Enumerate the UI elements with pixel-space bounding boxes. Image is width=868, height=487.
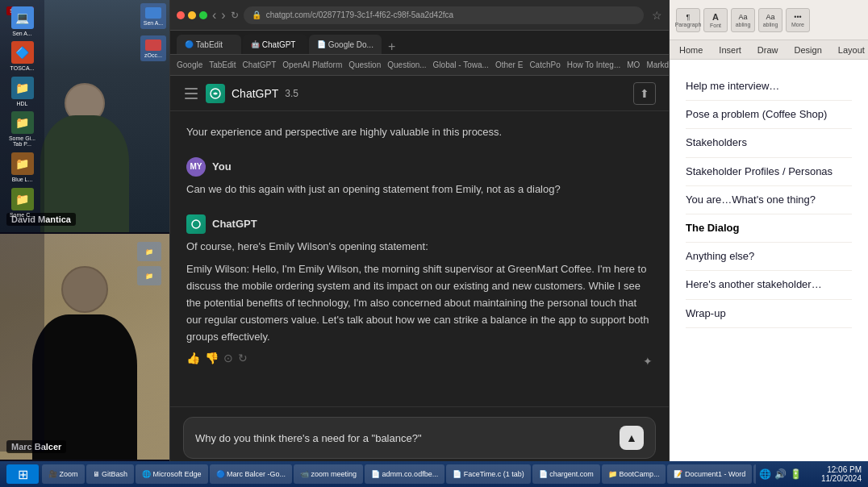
taskbar-clock: 12:06 PM 11/20/2024: [805, 465, 862, 483]
browser-tabs: 🔵 TabEdit 🤖 ChatGPT 📄 Google Do... +: [170, 31, 669, 55]
taskbar-tray: 🌐 🔊 🔋: [759, 468, 802, 480]
bookmark-question[interactable]: Question: [348, 60, 381, 69]
tab-tabedit[interactable]: 🔵 TabEdit: [177, 35, 241, 54]
browser-bar: ‹ › ↻ 🔒 chatgpt.com/c/02877179-3c1f-4f62…: [170, 0, 669, 31]
taskbar-item-gitbash[interactable]: 🖥 GitBash: [86, 464, 135, 484]
svg-rect-0: [185, 88, 198, 89]
tab-chatgpt[interactable]: 🤖 ChatGPT: [243, 35, 307, 54]
bookmark-question2[interactable]: Question...: [387, 60, 426, 69]
address-bar[interactable]: 🔒 chatgpt.com/c/02877179-3c1f-4f62-c98f-…: [244, 6, 644, 24]
maximize-dot[interactable]: [199, 11, 207, 19]
close-dot[interactable]: [177, 11, 185, 19]
send-button[interactable]: ▲: [620, 426, 644, 450]
toolbar-more-btn[interactable]: ••• More: [786, 8, 810, 32]
taskbar-item-marc[interactable]: 🔵 Marc Balcer -Go...: [210, 464, 293, 484]
bookmark-markdown[interactable]: Markdown-Liv...: [646, 60, 669, 69]
sidebar-toggle-icon[interactable]: [183, 85, 199, 102]
message-1-text: Your experience and perspective are high…: [186, 124, 653, 141]
chatgpt-version: 3.5: [285, 88, 298, 99]
nav-stakeholders[interactable]: Stakeholders: [686, 129, 852, 157]
nav-stakeholder-profiles[interactable]: Stakeholder Profiles / Personas: [686, 158, 852, 186]
word-toolbar: ¶ Paragraph A Font Aa abling Aa abling •…: [670, 0, 868, 40]
nav-anything-else[interactable]: Anything else?: [686, 243, 852, 271]
chat-messages: Your experience and perspective are high…: [170, 111, 669, 406]
thumbs-down-icon[interactable]: 👎: [205, 352, 219, 368]
taskbar-items: 🎥 Zoom 🖥 GitBash 🌐 Microsoft Edge 🔵 Marc…: [42, 464, 756, 484]
forward-btn[interactable]: ›: [221, 8, 225, 23]
nav-pose-problem[interactable]: Pose a problem (Coffee Shop): [686, 101, 852, 129]
url-text: chatgpt.com/c/02877179-3c1f-4f62-c98f-5a…: [266, 10, 453, 19]
message-3-text: Emily Wilson: Hello, I'm Emily Wilson, t…: [186, 261, 653, 345]
menu-insert[interactable]: Insert: [716, 45, 745, 55]
bookmark-how-to[interactable]: How To Integ...: [567, 60, 621, 69]
tab-google-docs[interactable]: 📄 Google Do...: [309, 35, 382, 54]
taskbar-item-edge[interactable]: 🌐 Microsoft Edge: [136, 464, 208, 484]
chat-input-area: ▲: [170, 406, 669, 468]
chatgpt-browser-panel: ‹ › ↻ 🔒 chatgpt.com/c/02877179-3c1f-4f62…: [169, 0, 670, 487]
bookmarks-bar: Google TabEdit ChatGPT OpenAI Platform Q…: [170, 55, 669, 76]
message-2: MY You Can we do this again with just an…: [186, 157, 653, 198]
bookmark-other[interactable]: Other E: [495, 60, 523, 69]
taskbar: ⊞ 🎥 Zoom 🖥 GitBash 🌐 Microsoft Edge 🔵 Ma…: [0, 461, 868, 487]
chat-input-container: ▲: [183, 417, 656, 459]
bookmark-global[interactable]: Global - Towa...: [433, 60, 489, 69]
svg-rect-1: [185, 93, 198, 94]
taskbar-item-admm[interactable]: 📄 admm.co.odfbe...: [365, 464, 444, 484]
taskbar-item-zoom2[interactable]: 📹 zoom meeting: [294, 464, 363, 484]
tray-battery-icon: 🔋: [790, 468, 802, 480]
menu-home[interactable]: Home: [676, 45, 706, 55]
back-btn[interactable]: ‹: [212, 8, 216, 23]
menu-draw[interactable]: Draw: [754, 45, 782, 55]
bookmark-openai[interactable]: OpenAI Platform: [282, 60, 342, 69]
copy-icon[interactable]: ⊙: [223, 352, 233, 368]
nav-another-stakeholder[interactable]: Here's another stakeholder…: [686, 271, 852, 299]
word-document-nav: Help me interview… Pose a problem (Coffe…: [670, 60, 868, 487]
toolbar-paragraph-btn[interactable]: ¶ Paragraph: [676, 8, 700, 32]
taskbar-item-word[interactable]: 📝 Document1 - Word: [667, 464, 752, 484]
bookmark-tabedit[interactable]: TabEdit: [209, 60, 236, 69]
gpt-sender-name: ChatGPT: [212, 218, 257, 230]
toolbar-font-btn[interactable]: A Font: [703, 8, 728, 32]
taskbar-time: 12:06 PM: [805, 465, 862, 474]
sparkle-icon: ✦: [643, 355, 653, 368]
bookmark-google[interactable]: Google: [177, 60, 202, 69]
toolbar-style-btn[interactable]: Aa abling: [731, 8, 755, 32]
taskbar-item-chargent[interactable]: 📄 chargent.com: [532, 464, 600, 484]
taskbar-item-facetime[interactable]: 📄 FaceTime.c (1 tab): [446, 464, 531, 484]
export-button[interactable]: ⬆: [633, 82, 656, 105]
refresh-btn[interactable]: ↻: [231, 10, 239, 21]
new-tab-btn[interactable]: +: [383, 40, 400, 54]
menu-design[interactable]: Design: [791, 45, 825, 55]
bookmark-mo[interactable]: MO: [627, 60, 640, 69]
chat-input[interactable]: [195, 432, 611, 444]
taskbar-item-bootcamp[interactable]: 📁 BootCamp...: [602, 464, 666, 484]
window-controls: [177, 11, 207, 19]
message-3: ChatGPT Of course, here's Emily Wilson's…: [186, 214, 653, 368]
taskbar-item-hyper[interactable]: 🖥 Hyper - showing y...: [753, 464, 756, 484]
tray-volume-icon: 🔊: [774, 468, 787, 480]
message-2-text: Can we do this again with just an openin…: [186, 181, 653, 198]
chatgpt-title: ChatGPT: [232, 87, 278, 100]
message-2-sender: MY You: [186, 157, 653, 177]
message-reactions: 👍 👎 ⊙ ↻ ✦: [186, 352, 653, 368]
message-3-intro: Of course, here's Emily Wilson's opening…: [186, 239, 653, 256]
bookmark-catchpo[interactable]: CatchPo: [529, 60, 560, 69]
user-avatar: MY: [186, 157, 206, 177]
chatgpt-logo-icon: [206, 84, 225, 103]
menu-layout[interactable]: Layout: [835, 45, 868, 55]
svg-rect-2: [185, 98, 198, 99]
nav-you-are[interactable]: You are…What's one thing?: [686, 186, 852, 214]
start-button[interactable]: ⊞: [6, 464, 39, 484]
thumbs-up-icon[interactable]: 👍: [186, 352, 200, 368]
message-3-sender: ChatGPT: [186, 214, 653, 234]
bookmark-chatgpt[interactable]: ChatGPT: [243, 60, 277, 69]
toolbar-style2-btn[interactable]: Aa abling: [758, 8, 782, 32]
minimize-dot[interactable]: [188, 11, 196, 19]
nav-the-dialog[interactable]: The Dialog: [686, 214, 852, 243]
taskbar-date: 11/20/2024: [805, 474, 862, 483]
taskbar-item-zoom[interactable]: 🎥 Zoom: [42, 464, 85, 484]
refresh-icon[interactable]: ↻: [238, 352, 248, 368]
gpt-avatar: [186, 214, 206, 234]
nav-help-interview[interactable]: Help me interview…: [686, 73, 852, 101]
nav-wrap-up[interactable]: Wrap-up: [686, 300, 852, 328]
